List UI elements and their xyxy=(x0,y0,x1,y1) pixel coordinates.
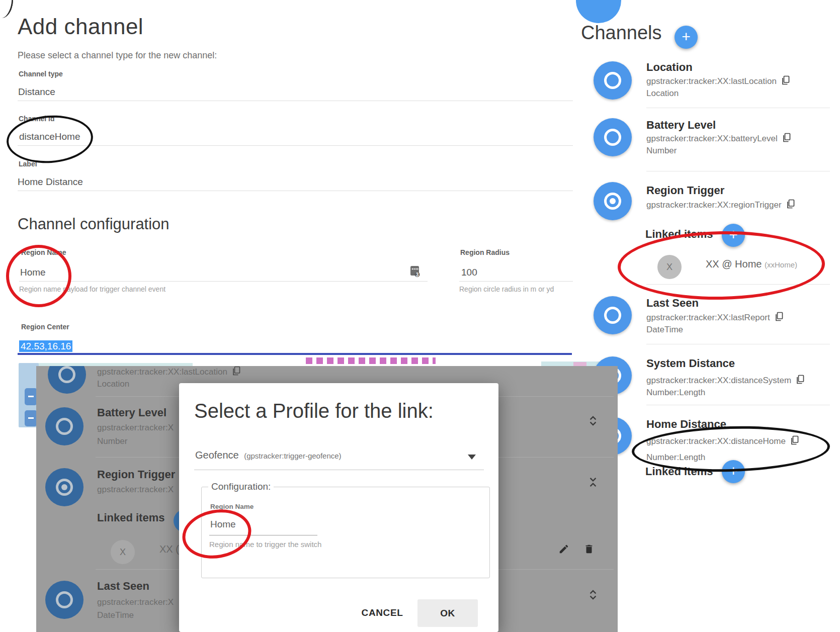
channel-id: gpstracker:tracker:XX:lastReport xyxy=(646,313,770,323)
channel-icon xyxy=(594,296,632,334)
channel-icon xyxy=(45,581,83,619)
divider xyxy=(18,101,573,101)
copy-icon[interactable] xyxy=(790,435,799,447)
add-channel-button[interactable]: + xyxy=(675,26,698,49)
channel-type: DateTime xyxy=(646,325,683,335)
profile-select-value: Geofence xyxy=(195,449,239,461)
profile-dialog: Select a Profile for the link: Geofence … xyxy=(179,383,498,632)
divider xyxy=(194,470,484,470)
region-name-input[interactable]: Home xyxy=(20,267,46,278)
channel-id: gpstracker:tracker:XX:distanceSystem xyxy=(646,376,791,386)
channel-id: gpstracker:tracker:XX:regionTrigger xyxy=(646,200,782,210)
configuration-fieldset xyxy=(201,487,490,578)
linked-item-detail: (xxHome) xyxy=(765,260,797,269)
copy-icon[interactable] xyxy=(782,133,791,145)
channel-id-row: gpstracker:tracker:XX:regionTrigger xyxy=(646,199,795,211)
glitch-artifact xyxy=(306,357,436,364)
region-name-hint: Region name to trigger the switch xyxy=(209,540,321,549)
channel-id: gpstracker:tracker:X xyxy=(97,597,174,607)
linked-item-label[interactable]: XX @ Home (xxHome) xyxy=(706,258,797,270)
focus-underline xyxy=(18,353,572,355)
add-linked-item-button[interactable]: + xyxy=(722,460,745,483)
channel-icon xyxy=(45,407,83,445)
region-radius-input[interactable]: 100 xyxy=(461,267,477,278)
channel-name: Last Seen xyxy=(646,297,699,310)
fab-partial-circle[interactable] xyxy=(576,0,621,23)
channel-id: gpstracker:tracker:XX:lastLocation xyxy=(97,367,227,377)
keypad-icon[interactable]: 3 xyxy=(409,265,421,280)
channels-panel-title: Channels xyxy=(581,22,662,44)
channel-type: Location xyxy=(97,379,129,389)
copy-icon[interactable] xyxy=(796,375,804,387)
annotation-stray-mark xyxy=(0,0,16,20)
channel-type: DateTime xyxy=(97,610,134,620)
label-field-label: Label xyxy=(19,160,37,168)
channel-name: Region Trigger xyxy=(97,468,175,481)
channel-name: Last Seen xyxy=(97,580,149,593)
channel-name: Region Trigger xyxy=(646,184,724,197)
region-center-label: Region Center xyxy=(21,323,69,331)
copy-icon[interactable] xyxy=(775,312,783,324)
channel-id-row: gpstracker:tracker:XX:distanceHome xyxy=(646,435,799,447)
map-zoom-button[interactable] xyxy=(25,388,37,405)
channel-name: Battery Level xyxy=(97,406,166,419)
channel-icon xyxy=(45,468,83,506)
copy-icon[interactable] xyxy=(781,75,790,87)
ok-button[interactable]: OK xyxy=(417,599,478,627)
dialog-title: Select a Profile for the link: xyxy=(194,400,434,422)
chevron-down-icon[interactable] xyxy=(468,455,476,460)
linked-item-name: XX @ Home xyxy=(706,258,762,269)
region-center-input[interactable]: 42.53,16.16 xyxy=(19,341,72,352)
profile-select[interactable]: Geofence (gpstracker:trigger-geofence) xyxy=(195,449,342,461)
linked-item-label: XX ( xyxy=(159,544,179,555)
form-subtitle: Please select a channel type for the new… xyxy=(18,50,217,61)
channel-icon xyxy=(48,366,86,394)
channel-type: Number xyxy=(646,146,677,156)
channel-id-input[interactable]: distanceHome xyxy=(19,131,80,142)
copy-icon[interactable] xyxy=(786,199,795,211)
channel-id-row: gpstracker:tracker:XX:lastReport xyxy=(646,312,783,324)
channel-type: Number:Length xyxy=(646,453,705,463)
channel-icon xyxy=(594,61,632,100)
add-linked-item-button[interactable]: + xyxy=(722,224,745,247)
region-radius-hint: Region circle radius in m or yd xyxy=(459,285,554,293)
channel-type-input[interactable]: Distance xyxy=(18,86,55,98)
divider xyxy=(18,191,573,191)
channel-type: Location xyxy=(646,88,679,99)
page: Add channel Please select a channel type… xyxy=(0,0,840,632)
divider xyxy=(646,405,830,405)
svg-text:3: 3 xyxy=(416,272,419,278)
channel-type: Number:Length xyxy=(646,388,705,398)
fieldset-legend: Configuration: xyxy=(208,481,274,492)
region-name-input[interactable]: Home xyxy=(210,519,236,530)
region-radius-label: Region Radius xyxy=(460,248,510,256)
divider xyxy=(646,284,830,285)
divider xyxy=(19,281,428,282)
channel-icon xyxy=(594,182,632,220)
divider xyxy=(459,281,573,282)
cancel-button[interactable]: CANCEL xyxy=(352,605,412,620)
channel-name: System Distance xyxy=(646,357,735,370)
divider xyxy=(209,535,317,535)
channel-name: Location xyxy=(646,61,693,74)
map-zoom-button[interactable] xyxy=(25,410,37,426)
divider xyxy=(646,108,830,108)
channel-name: Battery Level xyxy=(646,119,716,132)
channel-id: gpstracker:tracker:XX:distanceHome xyxy=(646,436,786,446)
delete-icon xyxy=(583,544,595,557)
channel-config-heading: Channel configuration xyxy=(18,215,170,233)
channel-type: Number xyxy=(97,436,127,446)
selected-text: 42.53,16.16 xyxy=(19,340,72,352)
channel-id-row: gpstracker:tracker:XX:distanceSystem xyxy=(646,375,804,387)
copy-icon xyxy=(232,366,240,378)
expand-icon xyxy=(586,588,600,603)
channel-id: gpstracker:tracker:X xyxy=(97,423,174,433)
region-name-label: Region Name xyxy=(21,248,66,256)
linked-item-avatar: X xyxy=(657,255,682,279)
channel-id: gpstracker:tracker:XX:batteryLevel xyxy=(646,134,778,144)
collapse-icon xyxy=(586,476,600,491)
channel-id-row: gpstracker:tracker:XX:lastLocation xyxy=(97,366,240,378)
region-name-hint: Region name payload for trigger channel … xyxy=(19,285,165,293)
label-input[interactable]: Home Distance xyxy=(18,176,83,188)
channel-icon xyxy=(594,118,632,156)
